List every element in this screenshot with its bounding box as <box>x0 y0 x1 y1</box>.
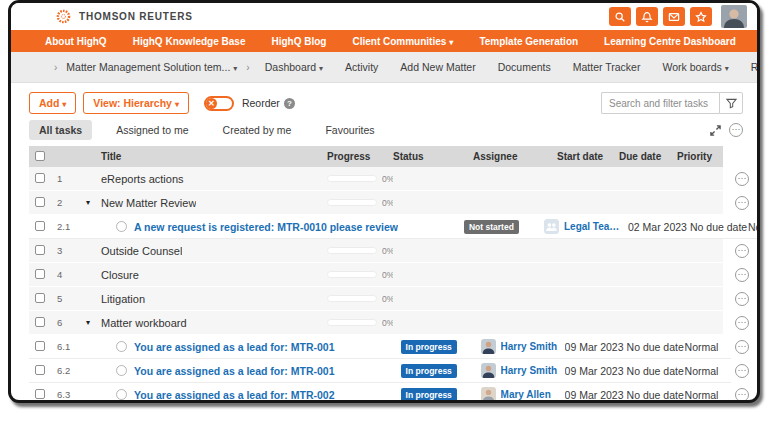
site-menu-item[interactable]: Work boards▾ <box>662 61 728 73</box>
table-row[interactable]: 3 Outside Counsel 0% ··· <box>29 239 749 263</box>
tab-all-tasks[interactable]: All tasks <box>29 120 92 140</box>
row-number: 6.1 <box>57 341 83 352</box>
start-date: 02 Mar 2023 <box>628 221 690 233</box>
tab-assigned-to-me[interactable]: Assigned to me <box>106 120 198 140</box>
favourites-button[interactable] <box>690 7 712 26</box>
caret-down-icon: ▾ <box>233 64 237 73</box>
task-title[interactable]: Matter workboard <box>101 317 187 329</box>
table-row[interactable]: 1 eReports actions 0% ··· <box>29 167 749 191</box>
nav-item[interactable]: Template Generation <box>479 36 578 47</box>
task-complete-circle[interactable] <box>116 365 127 376</box>
caret-down-icon: ▾ <box>175 100 179 109</box>
site-menu-item[interactable]: Activity <box>345 61 378 73</box>
column-start-date[interactable]: Start date <box>557 151 619 162</box>
row-checkbox[interactable] <box>35 197 45 207</box>
column-status[interactable]: Status <box>393 151 473 162</box>
task-tabs: All tasksAssigned to meCreated by meFavo… <box>11 118 757 146</box>
row-actions-icon[interactable]: ··· <box>735 196 749 210</box>
nav-item[interactable]: About HighQ <box>45 36 107 47</box>
table-row[interactable]: 6 ▾ Matter workboard 0% ··· <box>29 311 749 335</box>
user-avatar[interactable] <box>721 5 747 28</box>
column-assignee[interactable]: Assignee <box>473 151 557 162</box>
search-input[interactable] <box>601 92 719 114</box>
task-title[interactable]: Closure <box>101 269 139 281</box>
row-checkbox[interactable] <box>35 317 45 327</box>
assignee-name[interactable]: Legal Team |Site .. <box>564 221 628 232</box>
table-row[interactable]: 2 ▾ New Matter Review 0% ··· <box>29 191 749 215</box>
messages-button[interactable] <box>663 7 685 26</box>
nav-item[interactable]: HighQ Knowledge Base <box>133 36 246 47</box>
filter-button[interactable] <box>719 92 743 114</box>
row-checkbox[interactable] <box>35 269 45 279</box>
row-checkbox[interactable] <box>35 389 45 399</box>
row-checkbox[interactable] <box>35 341 45 351</box>
site-menu-item[interactable]: Documents <box>498 61 551 73</box>
collapse-icon[interactable]: ▾ <box>86 198 90 207</box>
caret-down-icon: ▾ <box>449 38 453 47</box>
column-progress[interactable]: Progress <box>327 151 393 162</box>
task-title[interactable]: eReports actions <box>101 173 184 185</box>
task-title[interactable]: Litigation <box>101 293 145 305</box>
breadcrumb-site[interactable]: Matter Management Solution tem...▾ <box>66 61 237 73</box>
row-actions-icon[interactable]: ··· <box>735 268 749 282</box>
row-checkbox[interactable] <box>35 173 45 183</box>
row-actions-icon[interactable]: ··· <box>735 172 749 186</box>
column-priority[interactable]: Priority <box>677 151 723 162</box>
start-date: 09 Mar 2023 <box>565 365 627 377</box>
add-button[interactable]: Add ▾ <box>29 92 76 114</box>
row-actions-icon[interactable]: ··· <box>735 340 749 354</box>
task-title[interactable]: New Matter Review <box>101 197 196 209</box>
table-row[interactable]: 5 Litigation 0% ··· <box>29 287 749 311</box>
nav-item[interactable]: Learning Centre Dashboard <box>604 36 736 47</box>
assignee-name[interactable]: Harry Smith <box>501 341 558 352</box>
site-menu-item[interactable]: Add New Matter <box>400 61 475 73</box>
row-checkbox[interactable] <box>35 293 45 303</box>
nav-item[interactable]: Client Communities▾ <box>352 36 453 47</box>
task-title[interactable]: You are assigned as a lead for: MTR-001 <box>134 365 335 377</box>
task-title[interactable]: A new request is registered: MTR-0010 pl… <box>134 221 398 233</box>
task-complete-circle[interactable] <box>116 221 127 232</box>
row-actions-icon[interactable]: ··· <box>735 364 749 378</box>
select-all-checkbox[interactable] <box>35 151 45 161</box>
expand-icon[interactable] <box>710 125 721 136</box>
task-table: Title Progress Status Assignee Start dat… <box>29 146 749 403</box>
row-actions-icon[interactable]: ··· <box>735 292 749 306</box>
site-menu-item[interactable]: Dashboard▾ <box>265 61 323 73</box>
site-menu-item[interactable]: Reporting▾ <box>751 61 760 73</box>
site-menu-item[interactable]: Matter Tracker <box>573 61 641 73</box>
table-row[interactable]: 6.1 You are assigned as a lead for: MTR-… <box>29 335 749 359</box>
column-title[interactable]: Title <box>83 151 327 162</box>
notifications-button[interactable] <box>636 7 658 26</box>
task-title[interactable]: Outside Counsel <box>101 245 182 257</box>
assignee-avatar <box>544 219 559 234</box>
collapse-icon[interactable]: ▾ <box>86 318 90 327</box>
row-checkbox[interactable] <box>35 245 45 255</box>
row-actions-icon[interactable]: ··· <box>735 388 749 402</box>
user-photo-icon <box>721 5 747 28</box>
task-title[interactable]: You are assigned as a lead for: MTR-002 <box>134 389 335 401</box>
row-checkbox[interactable] <box>35 365 45 375</box>
task-complete-circle[interactable] <box>116 341 127 352</box>
table-row[interactable]: 6.2 You are assigned as a lead for: MTR-… <box>29 359 749 383</box>
help-icon[interactable]: ? <box>284 98 295 109</box>
tab-created-by-me[interactable]: Created by me <box>213 120 302 140</box>
row-number: 2 <box>57 197 83 208</box>
progress-percent: 0% <box>382 246 393 256</box>
row-actions-icon[interactable]: ··· <box>735 316 749 330</box>
assignee-name[interactable]: Harry Smith <box>501 365 558 376</box>
table-row[interactable]: 2.1 A new request is registered: MTR-001… <box>29 215 749 239</box>
column-due-date[interactable]: Due date <box>619 151 677 162</box>
table-row[interactable]: 6.3 You are assigned as a lead for: MTR-… <box>29 383 749 403</box>
view-hierarchy-button[interactable]: View: Hierarchy ▾ <box>83 92 189 114</box>
row-actions-icon[interactable]: ··· <box>735 244 749 258</box>
reorder-toggle[interactable]: ✕ <box>204 96 234 111</box>
more-options-icon[interactable]: ··· <box>729 123 743 137</box>
nav-item[interactable]: HighQ Blog <box>271 36 326 47</box>
assignee-name[interactable]: Mary Allen <box>501 389 551 400</box>
search-button[interactable] <box>609 7 631 26</box>
task-title[interactable]: You are assigned as a lead for: MTR-001 <box>134 341 335 353</box>
task-complete-circle[interactable] <box>116 389 127 400</box>
table-row[interactable]: 4 Closure 0% ··· <box>29 263 749 287</box>
tab-favourites[interactable]: Favourites <box>315 120 384 140</box>
row-checkbox[interactable] <box>35 221 45 231</box>
